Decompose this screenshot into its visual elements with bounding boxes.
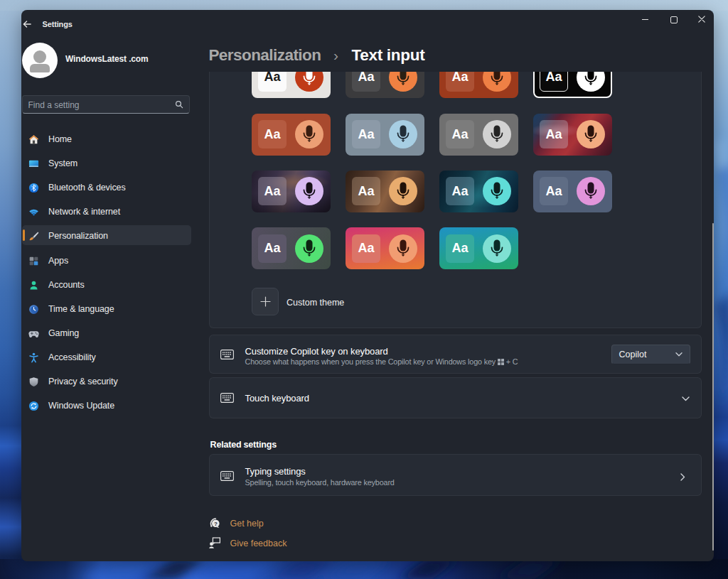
svg-text:?: ? [214,520,218,526]
